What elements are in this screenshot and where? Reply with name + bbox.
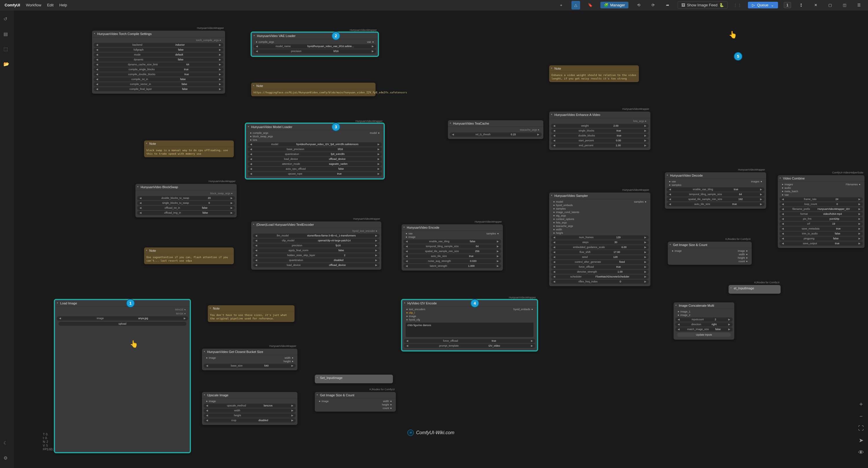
node-title[interactable]: (Down)Load HunyuanVideo TextEncoder [251, 222, 381, 228]
node-bucket-size[interactable]: HunyuanVideoWrapper HunyuanVideo Get Clo… [202, 348, 298, 370]
locate-icon[interactable]: ➤ [857, 436, 865, 444]
eye-icon[interactable]: 👁 [857, 448, 865, 457]
widget-row[interactable]: ◀loop_count0▶ [779, 202, 863, 206]
refresh-icon[interactable]: ⟳ [649, 1, 657, 9]
node-teacache[interactable]: HunyuanVideo TeaCache teacache_args ● ◀r… [448, 120, 544, 139]
node-note-blockswap[interactable]: Note block swap is a manual way to do cp… [144, 140, 234, 157]
widget-row[interactable]: ◀modedefault▶ [94, 53, 223, 57]
node-hv-encode[interactable]: HunyuanVideoWrapper HunyuanVideo Encode … [402, 224, 503, 271]
queue-count[interactable]: 1 [784, 2, 791, 8]
fit-icon[interactable]: ⛶ [857, 424, 865, 432]
node-title[interactable]: et_InputImage [728, 285, 781, 291]
node-title[interactable]: Note [144, 247, 234, 254]
widget-row[interactable]: ◀apply_final_normfalse▶ [253, 248, 380, 253]
widget-row[interactable]: ◀hidden_state_skip_layer2▶ [253, 253, 380, 258]
widget-row[interactable]: ◀single_blockstrue▶ [551, 129, 649, 133]
node-blockswap[interactable]: HunyuanVideoWrapper HunyuanVideo BlockSw… [135, 184, 237, 218]
widget-row[interactable]: ◀cropdisabled▶ [204, 418, 296, 423]
widget-row[interactable]: ◀upscale_methodlanczos▶ [204, 404, 296, 408]
node-title[interactable]: Get Image Size & Count [668, 242, 752, 248]
widget-row[interactable]: ◀noise_aug_strength0.020▶ [403, 259, 501, 263]
widget-row[interactable]: ◀prompt_templateI2V_video▶ [404, 344, 535, 348]
widget-row[interactable]: ◀force_offloadtrue▶ [551, 265, 649, 269]
bookmark-icon[interactable]: 🔖 [586, 1, 595, 9]
widget-row[interactable]: ◀filename_prefixHunyuanVideoWrapper_I2V▶ [779, 207, 863, 211]
widget-row[interactable]: ◀offload_txt_infalse▶ [137, 206, 235, 210]
widget-row[interactable]: ◀schedulerFlowMatchDiscreteScheduler▶ [551, 275, 649, 279]
widget-row[interactable]: ◀latent_strength1.000▶ [403, 264, 501, 268]
node-title[interactable]: HunyuanVideo Torch Compile Settings [92, 31, 225, 37]
add-icon[interactable]: ＋ [557, 1, 566, 9]
canvas[interactable]: 1 2 3 4 5 👆 👆 ✳ ComfyUI-Wiki.com T: 0. I… [14, 10, 868, 468]
widget-row[interactable]: ◀enable_vae_tilingfalse▶ [403, 239, 501, 244]
manager-button[interactable]: 🧩 Manager [600, 2, 628, 8]
moon-icon[interactable]: ☾ [3, 440, 10, 447]
widget-row[interactable]: ◀auto_tile_sizetrue▶ [666, 202, 765, 206]
node-video-combine[interactable]: ComfyUI-VideoHelperSuite Video Combine ●… [778, 175, 865, 248]
widget-row[interactable]: ◀double_blockstrue▶ [551, 134, 649, 138]
widget-row[interactable]: ◀dynamo_cache_size_limit64▶ [94, 62, 223, 67]
widget-row[interactable]: ◀weight2.00▶ [551, 124, 649, 128]
widget-row[interactable]: ◀auto_tile_sizetrue▶ [403, 254, 501, 259]
node-title[interactable]: Upscale Image [202, 392, 298, 399]
widget-row[interactable]: ◀attention_modesageattn_varlen▶ [248, 162, 382, 166]
node-torch-compile[interactable]: HunyuanVideoWrapper HunyuanVideo Torch C… [92, 31, 225, 94]
node-vae-loader[interactable]: HunyuanVideoWrapper HunyuanVideo VAE Loa… [251, 32, 378, 56]
widget-row[interactable]: ◀llm_modelxtuner/llava-llama-3-8b-v1_1-t… [253, 234, 380, 238]
widget-row[interactable]: ◀embedded_guidance_scale6.00▶ [551, 245, 649, 249]
node-title[interactable]: HunyuanVideo BlockSwap [135, 184, 237, 191]
widget-row[interactable]: ◀height▶ [204, 413, 296, 418]
widget-row[interactable]: ◀quantizationfp8_e4m3fn▶ [248, 152, 382, 156]
queue-stepper[interactable]: ▲▼ [797, 1, 806, 9]
node-decode[interactable]: HunyuanVideoWrapper HunyuanVideo Decode … [665, 172, 766, 209]
node-title[interactable]: Set_InputImage [315, 375, 393, 381]
widget-row[interactable]: ◀save_outputtrue▶ [779, 241, 863, 246]
settings-icon[interactable]: ⚙ [3, 455, 10, 462]
widget-row[interactable]: ◀inputcount2▶ [675, 317, 733, 322]
widget-row[interactable]: ◀compile_double_blockstrue▶ [94, 72, 223, 77]
widget-model-name[interactable]: ◀model_namehyvid/hunyuan_video_vae_bf16.… [253, 44, 376, 48]
widget-row[interactable]: ◀load_deviceoffload_device▶ [253, 263, 380, 267]
node-upscale[interactable]: Upscale Image ● image ◀upscale_methodlan… [202, 392, 298, 425]
notes-icon[interactable]: ▤ [3, 31, 10, 38]
widget-row[interactable]: ◀temporal_tiling_sample_size64▶ [666, 192, 765, 197]
widget-row[interactable]: ◀directionright▶ [675, 322, 733, 327]
widget-row[interactable]: ◀dynamicfalse▶ [94, 58, 223, 62]
box-icon[interactable]: ⬚ [3, 46, 10, 53]
widget-row[interactable]: ◀backendinductor▶ [94, 43, 223, 47]
node-title[interactable]: Note [208, 305, 294, 312]
widget-row[interactable]: ◀pingpongfalse▶ [779, 236, 863, 241]
widget-row[interactable]: ◀compile_vector_infalse▶ [94, 82, 223, 87]
node-enhance[interactable]: HunyuanVideoWrapper HunyuanVideo Enhance… [549, 111, 650, 150]
node-title[interactable]: Note [251, 83, 376, 89]
widget-row[interactable]: ◀formatvideo/h264-mp4▶ [779, 212, 863, 216]
node-get-input[interactable]: KJNodes for ComfyUI et_InputImage [728, 285, 781, 294]
menu-help[interactable]: Help [59, 3, 67, 7]
widget-row[interactable]: ◀compile_txt_infalse▶ [94, 77, 223, 81]
widget-row[interactable]: ◀temporal_tiling_sample_size64▶ [403, 244, 501, 248]
drag-handle-icon[interactable]: ⋮⋮ [734, 3, 742, 7]
upload-button[interactable]: upload [58, 322, 186, 326]
node-title[interactable]: HunyuanVideo VAE Loader [252, 33, 378, 39]
node-title[interactable]: Get Image Size & Count [315, 392, 396, 399]
zoom-in-icon[interactable]: ＋ [857, 400, 865, 408]
share-icon[interactable]: ➦ [663, 1, 672, 9]
widget-row[interactable]: ◀rel_l1_thresh0.15▶ [450, 132, 541, 137]
widget-row[interactable]: ◀control_after_generatefixed▶ [551, 260, 649, 264]
node-i2v-encode[interactable]: HunyuanVideoWrapper HyVideo I2V Encode ●… [402, 299, 537, 351]
menu-workflow[interactable]: Workflow [26, 3, 41, 7]
node-title[interactable]: HunyuanVideo Model Loader [246, 124, 384, 130]
widget-row[interactable]: ◀end_percent1.00▶ [551, 143, 649, 148]
widget-row[interactable]: ◀offload_img_infalse▶ [137, 211, 235, 215]
widget-row[interactable]: ◀crf19▶ [779, 222, 863, 226]
node-note-enhance[interactable]: Note Enhance a video weight should be re… [549, 65, 639, 82]
widget-row[interactable]: ◀fullgraphfalse▶ [94, 48, 223, 52]
widget-row[interactable]: ◀base_precisionbf16▶ [248, 147, 382, 152]
widget-row[interactable]: ◀precisionfp16▶ [253, 243, 380, 248]
widget-row[interactable]: ◀trim_to_audiofalse▶ [779, 232, 863, 236]
node-title[interactable]: HyVideo I2V Encode [402, 300, 537, 307]
node-note-sizes[interactable]: Note You don't have to use these sizes, … [208, 305, 294, 322]
zoom-out-icon[interactable]: － [857, 412, 865, 420]
node-title[interactable]: HunyuanVideo TeaCache [448, 120, 544, 127]
node-sampler[interactable]: HunyuanVideoWrapper HunyuanVideo Sampler… [549, 193, 650, 286]
